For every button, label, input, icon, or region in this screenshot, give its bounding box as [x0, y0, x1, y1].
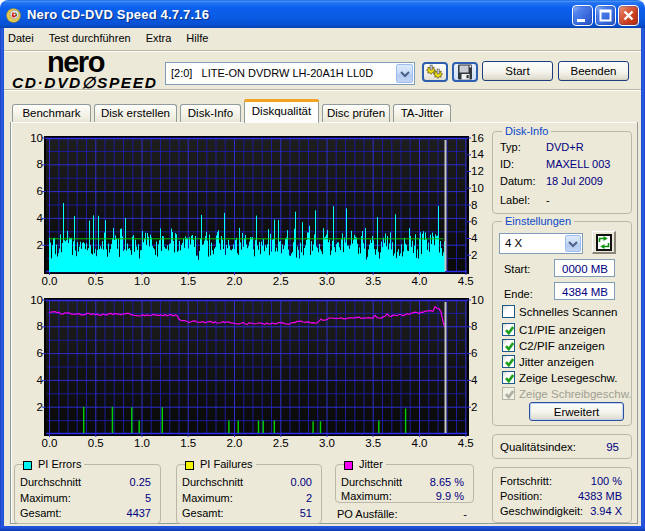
svg-text:10: 10 — [30, 294, 43, 306]
svg-text:2.5: 2.5 — [273, 437, 289, 449]
svg-text:3.5: 3.5 — [365, 437, 381, 449]
svg-text:4: 4 — [471, 374, 478, 386]
svg-text:2: 2 — [37, 401, 43, 413]
svg-text:4.5: 4.5 — [458, 275, 474, 287]
svg-text:12: 12 — [471, 165, 484, 177]
svg-text:8: 8 — [471, 320, 477, 332]
svg-text:4: 4 — [37, 212, 44, 224]
svg-text:4.0: 4.0 — [412, 437, 428, 449]
svg-text:4.5: 4.5 — [458, 437, 474, 449]
svg-text:1.5: 1.5 — [180, 437, 196, 449]
svg-text:8: 8 — [471, 199, 477, 211]
svg-text:2.0: 2.0 — [227, 275, 243, 287]
svg-text:3.0: 3.0 — [319, 275, 335, 287]
svg-text:0.0: 0.0 — [42, 275, 58, 287]
svg-text:6: 6 — [471, 215, 477, 227]
svg-text:2: 2 — [471, 249, 477, 261]
svg-text:4.0: 4.0 — [412, 275, 428, 287]
svg-text:2.0: 2.0 — [227, 437, 243, 449]
svg-text:2: 2 — [37, 239, 43, 251]
svg-text:8: 8 — [37, 158, 43, 170]
svg-text:2: 2 — [471, 401, 477, 413]
svg-text:4: 4 — [37, 374, 44, 386]
svg-text:1.0: 1.0 — [134, 275, 150, 287]
svg-text:14: 14 — [471, 148, 484, 160]
svg-text:0.0: 0.0 — [42, 437, 58, 449]
svg-text:10: 10 — [471, 182, 484, 194]
svg-text:3.0: 3.0 — [319, 437, 335, 449]
svg-text:6: 6 — [37, 347, 43, 359]
svg-text:1.5: 1.5 — [180, 275, 196, 287]
svg-text:16: 16 — [471, 132, 484, 144]
svg-text:0.5: 0.5 — [88, 275, 104, 287]
svg-text:4: 4 — [471, 232, 478, 244]
svg-text:3.5: 3.5 — [365, 275, 381, 287]
svg-text:10: 10 — [471, 294, 484, 306]
svg-text:6: 6 — [37, 185, 43, 197]
svg-text:8: 8 — [37, 320, 43, 332]
svg-text:1.0: 1.0 — [134, 437, 150, 449]
svg-text:6: 6 — [471, 347, 477, 359]
svg-text:2.5: 2.5 — [273, 275, 289, 287]
svg-text:0.5: 0.5 — [88, 437, 104, 449]
svg-text:10: 10 — [30, 132, 43, 144]
